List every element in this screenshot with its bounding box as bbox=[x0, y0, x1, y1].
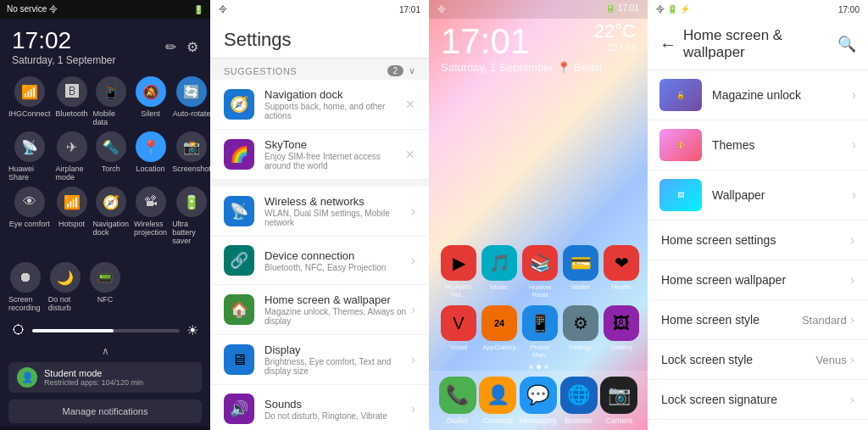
tile-screenshot[interactable]: 📸 Screenshot bbox=[172, 131, 210, 181]
app-settings-home[interactable]: ⚙ Settings bbox=[563, 305, 598, 359]
settings-item-device[interactable]: 🔗 Device connection Bluetooth, NFC, Easy… bbox=[210, 237, 429, 285]
tile-battery[interactable]: 🔋 Ultra battery saver bbox=[172, 187, 210, 245]
p3-weather: 22°C 22 / 13 bbox=[594, 20, 636, 53]
tile-ihgconnect[interactable]: 📶 IHGConnect bbox=[8, 76, 51, 126]
tile-torch[interactable]: 🔦 Torch bbox=[93, 131, 130, 181]
tile-bluetooth[interactable]: 🅱 Bluetooth bbox=[56, 76, 88, 126]
tile-silent[interactable]: 🔕 Silent bbox=[134, 76, 167, 126]
suggestions-controls: 2 ∨ bbox=[387, 65, 415, 76]
settings-item-wireless[interactable]: 📡 Wireless & networks WLAN, Dual SIM set… bbox=[210, 187, 429, 237]
brightness-bar[interactable] bbox=[32, 329, 180, 332]
tile-battery-label: Ultra battery saver bbox=[172, 220, 210, 245]
sounds-settings-icon: 🔊 bbox=[224, 394, 254, 424]
phoneman-home-label: Phone Man. bbox=[522, 343, 558, 359]
homescreen-settings-icon: 🏠 bbox=[224, 294, 254, 325]
display-text: Display Brightness, Eye comfort, Text an… bbox=[264, 343, 411, 376]
settings-item-navdock[interactable]: 🧭 Navigation dock Supports back, home, a… bbox=[210, 80, 429, 130]
manage-notifications-button[interactable]: Manage notifications bbox=[8, 399, 202, 423]
settings-home-label: Settings bbox=[569, 343, 593, 351]
themes-thumb-preview: 🎨 bbox=[659, 129, 702, 161]
list-lockscreen-style[interactable]: Lock screen style Venus › bbox=[648, 340, 868, 380]
back-button[interactable]: ← bbox=[659, 35, 676, 54]
navdock-dismiss-icon[interactable]: ✕ bbox=[405, 98, 415, 111]
homescreen-wallpaper-arrow-icon: › bbox=[850, 272, 854, 288]
wireless-sub: WLAN, Dual SIM settings, Mobile network bbox=[264, 209, 411, 227]
tile-bluetooth-label: Bluetooth bbox=[56, 109, 88, 118]
chevron-down-icon[interactable]: ∨ bbox=[409, 65, 416, 76]
navdock-icon: 🧭 bbox=[96, 187, 126, 217]
tile-autorotate[interactable]: 🔄 Auto-rotate bbox=[172, 76, 210, 126]
student-mode-label: Student mode bbox=[44, 368, 143, 378]
magazine-thumb-preview: 🔓 bbox=[659, 79, 702, 111]
display-settings-icon: 🖥 bbox=[224, 344, 254, 375]
themes-label: Themes bbox=[712, 138, 852, 152]
tile-hotspot-label: Hotspot bbox=[58, 220, 85, 228]
tile-eyecomfort[interactable]: 👁 Eye comfort bbox=[8, 187, 51, 245]
homescreen-arrow-icon: › bbox=[411, 302, 415, 317]
settings-item-homescreen[interactable]: 🏠 Home screen & wallpaper Magazine unloc… bbox=[210, 285, 429, 335]
thumb-wallpaper[interactable]: 🖼 Wallpaper › bbox=[648, 170, 868, 221]
dialler-icon: 📞 bbox=[439, 377, 476, 414]
settings-item-display[interactable]: 🖥 Display Brightness, Eye comfort, Text … bbox=[210, 335, 429, 385]
app-music[interactable]: 🎵 Music bbox=[481, 245, 517, 299]
lockscreen-style-value: Venus bbox=[816, 354, 847, 366]
expand-button[interactable]: ∧ bbox=[0, 343, 210, 359]
app-wallet[interactable]: 💳 Wallet bbox=[563, 245, 598, 299]
homescreen-wallpaper-right: › bbox=[847, 272, 854, 288]
list-lockscreen-signature[interactable]: Lock screen signature › bbox=[648, 380, 868, 420]
tile-mobiledata[interactable]: 📱 Mobile data bbox=[93, 76, 130, 126]
display-sub: Brightness, Eye comfort, Text and displa… bbox=[264, 357, 411, 376]
thumb-magazine[interactable]: 🔓 Magazine unlock › bbox=[648, 70, 868, 120]
app-appgallery-home[interactable]: 24 AppGallery bbox=[481, 305, 517, 359]
list-homescreen-wallpaper[interactable]: Home screen wallpaper › bbox=[648, 260, 868, 300]
p1-status-right: 🔋 bbox=[193, 5, 203, 14]
bluetooth-icon: 🅱 bbox=[57, 76, 87, 107]
brightness-high-icon: ☀ bbox=[186, 322, 198, 338]
settings-icon[interactable]: ⚙ bbox=[186, 39, 198, 55]
app-phoneman-home[interactable]: 📱 Phone Man. bbox=[522, 305, 558, 359]
camera-label: Camera bbox=[605, 416, 632, 425]
settings-item-sounds[interactable]: 🔊 Sounds Do not disturb, Ringtone, Vibra… bbox=[210, 385, 429, 430]
p2-status-left: 令 bbox=[219, 3, 227, 15]
tile-dnd[interactable]: 🌙 Do not disturb bbox=[48, 262, 83, 312]
brightness-fill bbox=[32, 329, 114, 332]
skytone-dismiss-icon[interactable]: ✕ bbox=[405, 148, 415, 161]
app-gallery-home[interactable]: 🖼 Gallery bbox=[604, 305, 639, 359]
app-huaweivid[interactable]: ▶ HUAWEI Vid... bbox=[441, 245, 476, 299]
app-vmall-home[interactable]: V Vmall bbox=[441, 305, 476, 359]
skytone-sub: Enjoy SIM-free Internet access around th… bbox=[264, 152, 405, 170]
p4-header-left: ← Home screen & wallpaper bbox=[659, 27, 837, 61]
tile-hotspot[interactable]: 📶 Hotspot bbox=[56, 187, 88, 245]
brightness-low-icon: 🌣 bbox=[12, 323, 25, 338]
autorotate-icon: 🔄 bbox=[176, 76, 207, 107]
browser-label: Browser bbox=[565, 416, 593, 425]
list-homescreen-settings[interactable]: Home screen settings › bbox=[648, 221, 868, 260]
dock-messaging[interactable]: 💬 Messaging bbox=[520, 377, 557, 425]
dock-browser[interactable]: 🌐 Browser bbox=[560, 377, 598, 425]
list-homescreen-style[interactable]: Home screen style Standard › bbox=[648, 300, 868, 340]
homescreen-wallpaper-panel: 令 🔋 ⚡ 17:00 ← Home screen & wallpaper 🔍 … bbox=[648, 0, 868, 430]
settings-panel: 令 17:01 Settings SUGGESTIONS 2 ∨ 🧭 Navig… bbox=[210, 0, 429, 430]
tile-airplane[interactable]: ✈ Airplane mode bbox=[56, 131, 88, 181]
wireless-arrow-icon: › bbox=[411, 204, 415, 219]
tile-navdock[interactable]: 🧭 Navigation dock bbox=[93, 187, 130, 245]
app-health[interactable]: ❤ Health bbox=[604, 245, 639, 299]
homescreen-settings-right: › bbox=[847, 232, 854, 248]
tile-nfc[interactable]: 📟 NFC bbox=[88, 262, 123, 312]
tile-huaweishare[interactable]: 📡 Huawei Share bbox=[8, 131, 51, 181]
restricted-label: Restricted apps: 104/120 min bbox=[44, 378, 143, 387]
tile-screenrec[interactable]: ⏺ Screen recording bbox=[8, 262, 43, 312]
dock-contacts[interactable]: 👤 Contacts bbox=[479, 377, 516, 425]
dock-camera[interactable]: 📷 Camera bbox=[600, 377, 637, 425]
tile-location[interactable]: 📍 Location bbox=[134, 131, 167, 181]
lockscreen-style-arrow-icon: › bbox=[850, 352, 854, 367]
edit-icon[interactable]: ✏ bbox=[165, 39, 176, 55]
settings-item-skytone[interactable]: 🌈 SkyTone Enjoy SIM-free Internet access… bbox=[210, 130, 429, 180]
brightness-control[interactable]: 🌣 ☀ bbox=[0, 317, 210, 343]
app-huaweiread[interactable]: 📚 Huawei Read bbox=[522, 245, 558, 299]
thumb-themes[interactable]: 🎨 Themes › bbox=[648, 120, 868, 170]
screenshot-icon: 📸 bbox=[176, 131, 207, 162]
search-button[interactable]: 🔍 bbox=[837, 35, 856, 53]
tile-wireless[interactable]: 📽 Wireless projection bbox=[134, 187, 167, 245]
dock-dialler[interactable]: 📞 Dialler bbox=[439, 377, 476, 425]
